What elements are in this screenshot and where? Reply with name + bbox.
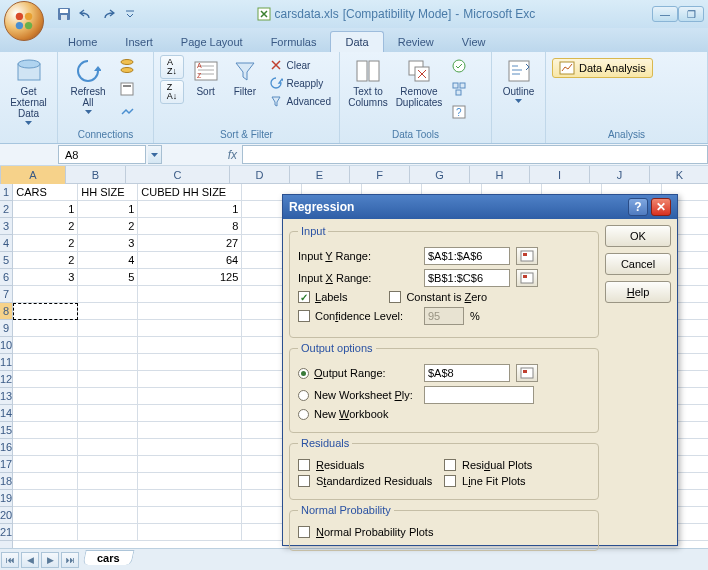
tab-insert[interactable]: Insert — [111, 32, 167, 52]
connections-button[interactable] — [116, 55, 138, 77]
cell[interactable]: 125 — [138, 269, 242, 286]
row-header-6[interactable]: 6 — [0, 269, 12, 286]
cell[interactable] — [78, 286, 138, 303]
cell[interactable] — [13, 422, 78, 439]
tab-review[interactable]: Review — [384, 32, 448, 52]
row-header-14[interactable]: 14 — [0, 405, 12, 422]
row-header-17[interactable]: 17 — [0, 456, 12, 473]
cell[interactable] — [13, 473, 78, 490]
cell[interactable] — [13, 507, 78, 524]
cell[interactable] — [138, 524, 242, 541]
undo-icon[interactable] — [76, 4, 96, 24]
cancel-button[interactable]: Cancel — [605, 253, 671, 275]
cell[interactable] — [78, 439, 138, 456]
input-x-range[interactable] — [424, 269, 510, 287]
cell[interactable] — [78, 337, 138, 354]
row-header-8[interactable]: 8 — [0, 303, 12, 320]
cell[interactable]: 1 — [78, 201, 138, 218]
constant-zero-checkbox[interactable] — [389, 291, 401, 303]
sort-desc-button[interactable]: ZA↓ — [160, 80, 184, 104]
input-y-range[interactable] — [424, 247, 510, 265]
save-icon[interactable] — [54, 4, 74, 24]
row-header-13[interactable]: 13 — [0, 388, 12, 405]
cell[interactable] — [138, 473, 242, 490]
row-header-2[interactable]: 2 — [0, 201, 12, 218]
cell[interactable]: 2 — [13, 218, 78, 235]
std-residuals-checkbox[interactable] — [298, 475, 310, 487]
y-range-refpicker[interactable] — [516, 247, 538, 265]
advanced-filter-button[interactable]: Advanced — [267, 93, 333, 109]
sheet-nav-prev[interactable]: ◀ — [21, 552, 39, 568]
col-header-G[interactable]: G — [410, 166, 470, 184]
new-worksheet-radio[interactable] — [298, 390, 309, 401]
data-analysis-button[interactable]: Data Analysis — [552, 58, 653, 78]
row-header-7[interactable]: 7 — [0, 286, 12, 303]
cell[interactable]: 2 — [13, 252, 78, 269]
col-header-F[interactable]: F — [350, 166, 410, 184]
cell[interactable] — [138, 456, 242, 473]
cell[interactable]: 2 — [13, 235, 78, 252]
row-header-15[interactable]: 15 — [0, 422, 12, 439]
clear-filter-button[interactable]: Clear — [267, 57, 333, 73]
new-worksheet-input[interactable] — [424, 386, 534, 404]
refresh-all-button[interactable]: Refresh All — [64, 55, 112, 117]
cell[interactable] — [13, 524, 78, 541]
tab-view[interactable]: View — [448, 32, 500, 52]
sheet-nav-next[interactable]: ▶ — [41, 552, 59, 568]
row-header-5[interactable]: 5 — [0, 252, 12, 269]
sheet-tab-active[interactable]: cars — [82, 550, 134, 565]
filter-button[interactable]: Filter — [227, 55, 262, 100]
help-button[interactable]: Help — [605, 281, 671, 303]
col-header-K[interactable]: K — [650, 166, 708, 184]
cell[interactable] — [78, 456, 138, 473]
cell[interactable]: 27 — [138, 235, 242, 252]
x-range-refpicker[interactable] — [516, 269, 538, 287]
cell[interactable]: 64 — [138, 252, 242, 269]
cell[interactable] — [13, 286, 78, 303]
cell[interactable] — [78, 507, 138, 524]
col-header-A[interactable]: A — [1, 166, 66, 184]
cell[interactable] — [13, 456, 78, 473]
cell[interactable] — [138, 405, 242, 422]
tab-home[interactable]: Home — [54, 32, 111, 52]
cell[interactable]: 8 — [138, 218, 242, 235]
labels-checkbox[interactable]: ✓ — [298, 291, 310, 303]
cell[interactable]: HH SIZE — [78, 184, 138, 201]
cell[interactable] — [138, 286, 242, 303]
cell[interactable] — [78, 473, 138, 490]
cell[interactable] — [13, 439, 78, 456]
cell[interactable] — [78, 405, 138, 422]
sheet-nav-last[interactable]: ⏭ — [61, 552, 79, 568]
residuals-checkbox[interactable] — [298, 459, 310, 471]
col-header-B[interactable]: B — [66, 166, 126, 184]
cell[interactable] — [78, 490, 138, 507]
outline-button[interactable]: Outline — [498, 55, 539, 106]
cell[interactable] — [13, 354, 78, 371]
cell[interactable] — [138, 337, 242, 354]
dialog-close-button[interactable]: ✕ — [651, 198, 671, 216]
cell[interactable] — [13, 490, 78, 507]
row-header-18[interactable]: 18 — [0, 473, 12, 490]
col-header-J[interactable]: J — [590, 166, 650, 184]
cell[interactable] — [138, 439, 242, 456]
cell[interactable] — [78, 524, 138, 541]
cell[interactable] — [13, 371, 78, 388]
col-header-C[interactable]: C — [126, 166, 230, 184]
row-header-16[interactable]: 16 — [0, 439, 12, 456]
col-header-E[interactable]: E — [290, 166, 350, 184]
cell[interactable] — [138, 507, 242, 524]
tab-data[interactable]: Data — [330, 31, 383, 52]
properties-button[interactable] — [116, 78, 138, 100]
row-header-1[interactable]: 1 — [0, 184, 12, 201]
row-header-19[interactable]: 19 — [0, 490, 12, 507]
cell[interactable] — [78, 371, 138, 388]
consolidate-button[interactable] — [448, 78, 470, 100]
cell[interactable] — [13, 337, 78, 354]
cell[interactable] — [78, 388, 138, 405]
output-range-radio[interactable] — [298, 368, 309, 379]
cell[interactable] — [78, 303, 138, 320]
cell[interactable] — [138, 388, 242, 405]
row-headers[interactable]: 123456789101112131415161718192021 — [0, 184, 13, 566]
cell[interactable] — [138, 320, 242, 337]
sort-button[interactable]: AZSort — [188, 55, 223, 100]
